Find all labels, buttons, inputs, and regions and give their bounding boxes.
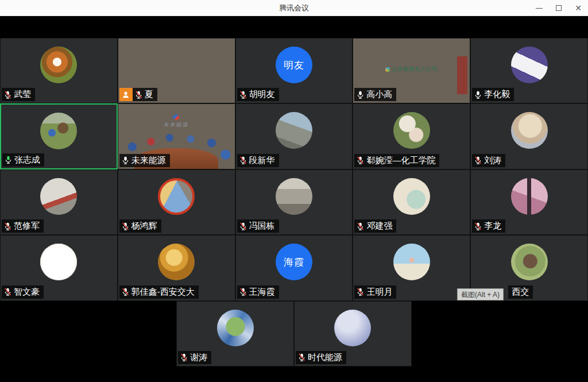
- name-label: 邓建强: [354, 219, 396, 233]
- minimize-button[interactable]: [529, 0, 549, 16]
- participant-tile[interactable]: 山东能源化工公司高小高: [353, 38, 470, 103]
- meeting-window: 腾讯会议 ✕ 武莹夏明友胡明友山东能源化工公司高小高李化毅张志成未来能源未来能源…: [0, 0, 588, 382]
- participant-name: 高小高: [366, 89, 392, 100]
- participant-tile[interactable]: 时代能源: [294, 301, 412, 366]
- close-button[interactable]: ✕: [568, 0, 588, 16]
- name-label: 李化毅: [472, 88, 514, 101]
- avatar-image: [511, 47, 548, 83]
- room-sign-text: 山东能源化工公司: [353, 65, 470, 73]
- participant-tile[interactable]: 谢涛: [176, 301, 294, 366]
- participant-tile[interactable]: 邓建强: [353, 169, 470, 235]
- mic-muted-icon: [3, 90, 12, 99]
- maximize-button[interactable]: [549, 0, 568, 16]
- participant-tile[interactable]: 夏: [118, 38, 235, 103]
- avatar-image: [511, 244, 548, 280]
- grid-row: 武莹夏明友胡明友山东能源化工公司高小高李化毅: [0, 38, 588, 103]
- participant-name: 未来能源: [131, 155, 166, 166]
- participant-name: 李化毅: [484, 89, 510, 100]
- participant-tile[interactable]: 郗婉滢—化工学院: [353, 103, 470, 169]
- participant-name: 武莹: [14, 89, 31, 100]
- avatar-image: [511, 178, 548, 215]
- avatar-initials-text: 海霞: [284, 256, 304, 269]
- participant-tile[interactable]: 杨鸿辉: [118, 169, 235, 235]
- participant-tile[interactable]: 未来能源未来能源: [118, 103, 235, 169]
- participant-tile[interactable]: 范修军: [0, 169, 118, 235]
- participant-name: 智文豪: [14, 287, 40, 298]
- participant-name: 王海霞: [249, 287, 275, 298]
- avatar-initials: 海霞: [276, 244, 312, 280]
- name-label: 武莹: [2, 88, 35, 101]
- mic-speaking-icon: [4, 155, 13, 164]
- mic-muted-icon: [297, 353, 306, 362]
- participant-name: 段新华: [249, 155, 275, 166]
- avatar-image: [158, 244, 195, 280]
- participant-name: 郗婉滢—化工学院: [366, 155, 435, 166]
- avatar-image: [40, 244, 77, 280]
- participant-tile[interactable]: 段新华: [235, 103, 353, 169]
- maximize-icon: [556, 5, 562, 11]
- minimize-icon: [536, 8, 543, 9]
- name-label: 王海霞: [237, 285, 279, 299]
- name-label: 高小高: [354, 88, 396, 101]
- title-bar: 腾讯会议 ✕: [0, 0, 588, 16]
- video-grid-stage: 武莹夏明友胡明友山东能源化工公司高小高李化毅张志成未来能源未来能源段新华郗婉滢—…: [0, 16, 588, 382]
- mic-muted-icon: [3, 287, 12, 296]
- name-label: 张志成: [2, 153, 44, 167]
- participant-name: 王明月: [366, 287, 392, 298]
- participant-tile[interactable]: 李龙: [470, 169, 588, 235]
- host-badge: [119, 88, 133, 101]
- grid-row: 张志成未来能源未来能源段新华郗婉滢—化工学院刘涛: [0, 103, 588, 169]
- participant-name: 时代能源: [308, 352, 342, 363]
- participant-name: 胡明友: [249, 89, 275, 100]
- participant-name: 冯国栋: [249, 221, 275, 231]
- participant-tile[interactable]: 智文豪: [0, 235, 118, 300]
- participant-name: 夏: [145, 89, 153, 100]
- avatar-initials-text: 明友: [284, 59, 304, 72]
- name-label: 杨鸿辉: [119, 219, 161, 233]
- room-sign-text: 未来能源: [118, 114, 235, 129]
- grid-row: 范修军杨鸿辉冯国栋邓建强李龙: [0, 169, 588, 235]
- participant-name: 刘涛: [484, 155, 501, 166]
- name-label: 郗婉滢—化工学院: [354, 154, 439, 167]
- participant-tile[interactable]: 王明月: [353, 235, 470, 300]
- avatar-image: [158, 178, 195, 215]
- mic-muted-icon: [474, 222, 482, 231]
- participant-name: 邓建强: [366, 221, 392, 231]
- mic-on-icon: [474, 90, 482, 99]
- name-label: 胡明友: [237, 88, 279, 101]
- participant-tile[interactable]: 刘涛: [470, 103, 588, 169]
- participant-grid: 武莹夏明友胡明友山东能源化工公司高小高李化毅张志成未来能源未来能源段新华郗婉滢—…: [0, 38, 588, 366]
- name-label: 夏: [119, 88, 157, 101]
- participant-tile[interactable]: 李化毅: [470, 38, 588, 103]
- mic-muted-icon: [474, 156, 482, 165]
- mic-on-icon: [356, 90, 365, 99]
- avatar-image: [217, 310, 254, 346]
- mic-muted-icon: [134, 90, 143, 99]
- name-label: 西交: [508, 285, 533, 299]
- participant-tile[interactable]: 海霞王海霞: [235, 235, 353, 300]
- name-label: 时代能源: [296, 351, 346, 364]
- window-title: 腾讯会议: [0, 3, 588, 13]
- mic-muted-icon: [239, 156, 247, 165]
- participant-name: 张志成: [14, 155, 40, 165]
- name-label: 智文豪: [2, 285, 44, 299]
- mic-muted-icon: [239, 90, 247, 99]
- avatar-image: [511, 112, 548, 149]
- participant-tile[interactable]: 张志成: [0, 103, 118, 169]
- name-label: 郭佳鑫-西安交大: [119, 285, 199, 299]
- name-label: 冯国栋: [237, 219, 279, 233]
- participant-name: 西交: [512, 287, 529, 298]
- mic-muted-icon: [121, 287, 130, 296]
- participant-tile[interactable]: 明友胡明友: [235, 38, 353, 103]
- mic-on-icon: [121, 156, 130, 165]
- mic-muted-icon: [3, 222, 12, 231]
- avatar-initials: 明友: [276, 47, 312, 83]
- avatar-image: [40, 113, 77, 149]
- participant-tile[interactable]: 郭佳鑫-西安交大: [118, 235, 235, 300]
- participant-tile[interactable]: 武莹: [0, 38, 118, 103]
- participant-name: 李龙: [484, 221, 501, 231]
- participant-tile[interactable]: 冯国栋: [235, 169, 353, 235]
- name-label: 未来能源: [119, 154, 170, 167]
- participant-name: 郭佳鑫-西安交大: [131, 287, 195, 298]
- participant-name: 杨鸿辉: [131, 221, 157, 231]
